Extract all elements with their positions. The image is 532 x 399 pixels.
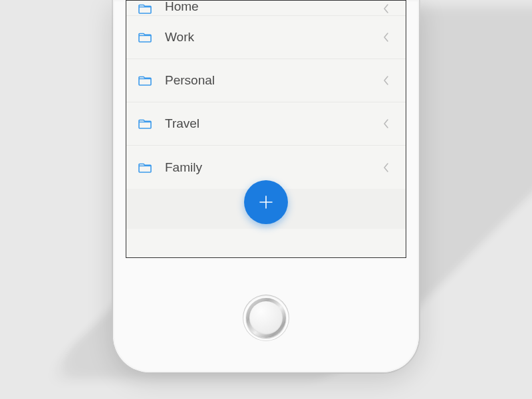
list-item[interactable]: Travel: [126, 102, 406, 146]
list-item-label: Personal: [165, 73, 215, 88]
folder-icon: [138, 3, 153, 14]
screen: Home Work: [126, 0, 406, 258]
chevron-left-icon: [383, 118, 391, 129]
phone-frame: Home Work: [113, 0, 419, 372]
chevron-left-icon: [383, 3, 391, 14]
list-item-label: Work: [165, 30, 194, 45]
list-item-label: Family: [165, 160, 202, 175]
list-item[interactable]: Home: [126, 1, 406, 16]
list-item[interactable]: Work: [126, 16, 406, 59]
home-button-ring: [246, 298, 286, 338]
folder-icon: [138, 75, 153, 86]
folder-icon: [138, 118, 153, 129]
folder-icon: [138, 32, 153, 43]
list-item-label: Travel: [165, 116, 200, 131]
chevron-left-icon: [383, 162, 391, 173]
list-item-label: Home: [165, 0, 199, 14]
add-button[interactable]: [244, 180, 288, 224]
list-item[interactable]: Personal: [126, 59, 406, 102]
home-button[interactable]: [243, 295, 289, 341]
chevron-left-icon: [383, 32, 391, 43]
chevron-left-icon: [383, 75, 391, 86]
plus-icon: [257, 194, 275, 211]
folder-icon: [138, 162, 153, 173]
